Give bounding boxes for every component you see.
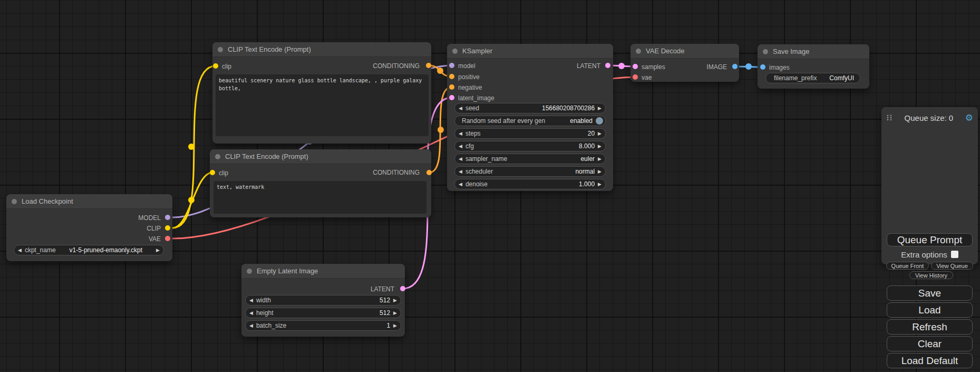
node-status-dot-icon	[763, 49, 768, 54]
node-save-image[interactable]: Save Image images filename_prefix ComfyU…	[758, 44, 869, 89]
output-slot-model[interactable]	[165, 215, 170, 220]
decrement-arrow-icon[interactable]: ◀	[459, 144, 462, 149]
widget-label: seed	[465, 104, 479, 112]
decrement-arrow-icon[interactable]: ◀	[459, 106, 462, 111]
filename-prefix-widget[interactable]: filename_prefix ComfyUI	[765, 73, 860, 83]
decrement-arrow-icon[interactable]: ◀	[18, 248, 22, 253]
input-slot-clip[interactable]	[213, 63, 218, 69]
wire-midpoint-dot[interactable]	[188, 144, 195, 150]
input-label-images: images	[769, 64, 790, 71]
node-title: Save Image	[773, 47, 809, 55]
decrement-arrow-icon[interactable]: ◀	[459, 182, 462, 187]
queue-panel[interactable]: Queue size: 0 ⚙ Queue Prompt Extra optio…	[881, 107, 978, 264]
output-slot-clip[interactable]	[165, 225, 170, 231]
wire-midpoint-dot[interactable]	[188, 197, 195, 203]
node-clip-text-encode-positive[interactable]: CLIP Text Encode (Prompt) clip CONDITION…	[212, 42, 431, 144]
input-slot-samples[interactable]	[633, 64, 638, 69]
output-slot-image[interactable]	[732, 64, 738, 69]
load-default-button[interactable]: Load Default	[887, 353, 973, 368]
input-slot-vae[interactable]	[633, 74, 638, 80]
decrement-arrow-icon[interactable]: ◀	[249, 323, 253, 328]
increment-arrow-icon[interactable]: ▶	[393, 298, 397, 303]
seed-widget[interactable]: ◀ seed 156680208700286 ▶	[454, 103, 606, 113]
decrement-arrow-icon[interactable]: ◀	[249, 298, 253, 303]
output-slot-conditioning[interactable]	[426, 63, 431, 68]
input-label-vae: vae	[642, 74, 652, 81]
input-label-positive: positive	[458, 73, 480, 81]
steps-widget[interactable]: ◀ steps 20 ▶	[454, 128, 606, 139]
decrement-arrow-icon[interactable]: ◀	[459, 157, 462, 161]
output-slot-latent[interactable]	[605, 63, 610, 68]
increment-arrow-icon[interactable]: ▶	[393, 323, 397, 328]
batch-size-widget[interactable]: ◀ batch_size 1 ▶	[245, 320, 401, 331]
node-title: KSampler	[462, 47, 492, 55]
node-ksampler[interactable]: KSampler model positive negative latent_…	[447, 44, 613, 191]
load-button[interactable]: Load	[887, 302, 973, 318]
increment-arrow-icon[interactable]: ▶	[598, 182, 601, 187]
height-widget[interactable]: ◀ height 512 ▶	[245, 308, 401, 318]
node-graph-canvas[interactable]: Load Checkpoint MODEL CLIP VAE ◀ ckpt_na…	[0, 0, 980, 372]
input-slot-images[interactable]	[760, 64, 765, 70]
input-slot-negative[interactable]	[449, 84, 454, 90]
toggle-enabled-icon[interactable]	[596, 117, 603, 125]
drag-handle-icon[interactable]	[886, 114, 892, 121]
increment-arrow-icon[interactable]: ▶	[598, 106, 601, 111]
node-title-bar[interactable]: Empty Latent Image	[241, 264, 405, 279]
view-queue-button[interactable]: View Queue	[931, 262, 973, 270]
output-slot-conditioning[interactable]	[426, 170, 432, 175]
node-empty-latent-image[interactable]: Empty Latent Image LATENT ◀ width 512 ▶ …	[241, 264, 405, 337]
width-widget[interactable]: ◀ width 512 ▶	[245, 295, 401, 306]
increment-arrow-icon[interactable]: ▶	[598, 169, 601, 174]
queue-front-button[interactable]: Queue Front	[886, 262, 929, 270]
cfg-widget[interactable]: ◀ cfg 8.000 ▶	[454, 141, 606, 151]
prompt-textarea[interactable]: beautiful scenery nature glass bottle la…	[216, 74, 429, 136]
denoise-widget[interactable]: ◀ denoise 1.000 ▶	[454, 179, 606, 189]
ckpt-name-widget[interactable]: ◀ ckpt_name v1-5-pruned-emaonly.ckpt ▶	[14, 245, 164, 255]
widget-label: scheduler	[465, 168, 493, 175]
node-title-bar[interactable]: Load Checkpoint	[6, 194, 172, 209]
wire-midpoint-dot[interactable]	[438, 127, 444, 133]
input-slot-latent-image[interactable]	[449, 95, 454, 100]
random-seed-toggle-widget[interactable]: Random seed after every gen enabled	[454, 116, 606, 126]
decrement-arrow-icon[interactable]: ◀	[459, 169, 462, 174]
scheduler-widget[interactable]: ◀ scheduler normal ▶	[454, 166, 606, 177]
increment-arrow-icon[interactable]: ▶	[393, 311, 397, 316]
wire-midpoint-dot[interactable]	[437, 68, 443, 74]
clear-button[interactable]: Clear	[887, 336, 973, 351]
output-slot-vae[interactable]	[165, 236, 170, 241]
increment-arrow-icon[interactable]: ▶	[598, 131, 601, 136]
decrement-arrow-icon[interactable]: ◀	[459, 131, 462, 136]
refresh-button[interactable]: Refresh	[887, 319, 973, 335]
prompt-textarea[interactable]: text, watermark	[214, 181, 426, 214]
node-title-bar[interactable]: KSampler	[447, 44, 613, 59]
node-load-checkpoint[interactable]: Load Checkpoint MODEL CLIP VAE ◀ ckpt_na…	[6, 194, 172, 261]
queue-prompt-button[interactable]: Queue Prompt	[887, 233, 973, 246]
wire-midpoint-dot[interactable]	[745, 63, 752, 70]
node-clip-text-encode-negative[interactable]: CLIP Text Encode (Prompt) clip CONDITION…	[210, 149, 431, 217]
wire-midpoint-dot[interactable]	[618, 63, 625, 69]
input-slot-positive[interactable]	[449, 74, 454, 79]
view-history-button[interactable]: View History	[909, 271, 953, 279]
output-slot-latent[interactable]	[400, 286, 405, 291]
node-title-bar[interactable]: CLIP Text Encode (Prompt)	[210, 149, 431, 164]
widget-value: normal	[575, 168, 595, 175]
input-slot-clip[interactable]	[210, 170, 215, 175]
node-vae-decode[interactable]: VAE Decode samples vae IMAGE	[630, 44, 739, 82]
gear-icon[interactable]: ⚙	[965, 113, 973, 122]
increment-arrow-icon[interactable]: ▶	[156, 248, 160, 253]
input-label-negative: negative	[458, 84, 482, 91]
extra-options-checkbox[interactable]	[951, 251, 958, 258]
node-title-bar[interactable]: Save Image	[758, 44, 869, 59]
output-label-vae: VAE	[149, 235, 161, 243]
decrement-arrow-icon[interactable]: ◀	[249, 311, 253, 316]
node-title: Empty Latent Image	[257, 267, 318, 275]
increment-arrow-icon[interactable]: ▶	[598, 157, 601, 161]
node-title-bar[interactable]: VAE Decode	[630, 44, 739, 59]
node-title-bar[interactable]: CLIP Text Encode (Prompt)	[212, 42, 431, 57]
output-label-latent: LATENT	[371, 285, 394, 293]
save-button[interactable]: Save	[887, 285, 973, 301]
input-slot-model[interactable]	[449, 63, 454, 68]
node-status-dot-icon	[215, 154, 220, 159]
sampler-name-widget[interactable]: ◀ sampler_name euler ▶	[454, 154, 606, 164]
increment-arrow-icon[interactable]: ▶	[598, 144, 601, 149]
